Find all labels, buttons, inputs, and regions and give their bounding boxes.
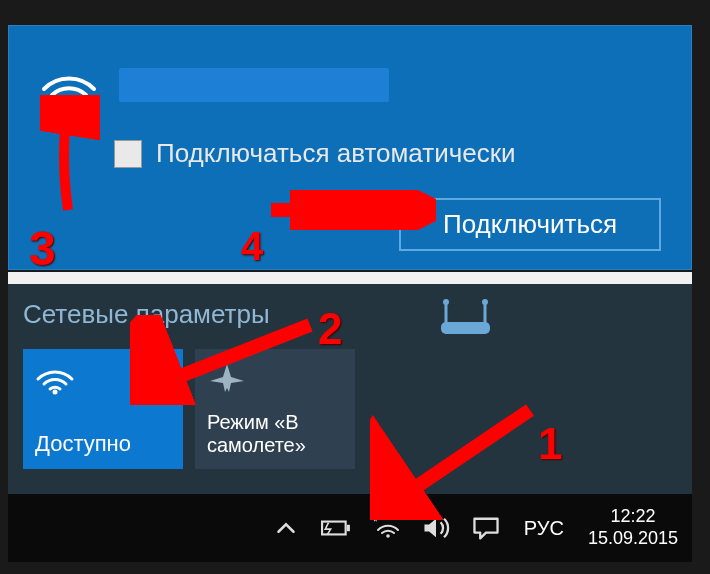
network-connect-panel: Подключаться автоматически Подключиться … (8, 25, 692, 270)
annotation-step-4: 4 (241, 224, 263, 269)
router-name-redacted (503, 303, 683, 335)
annotation-step-3: 3 (29, 221, 56, 276)
clock-date: 15.09.2015 (588, 528, 678, 550)
taskbar: * РУС 12:22 15.09.2015 (8, 494, 692, 562)
connect-button-label: Подключиться (443, 209, 617, 240)
auto-connect-label: Подключаться автоматически (156, 138, 516, 169)
svg-point-3 (443, 299, 449, 305)
annotation-step-2: 2 (318, 304, 342, 354)
tile-airplane-label: Режим «В самолете» (207, 411, 343, 457)
clock-time: 12:22 (588, 506, 678, 528)
tile-airplane-mode[interactable]: Режим «В самолете» (195, 349, 355, 469)
router-info (438, 294, 683, 343)
connect-button[interactable]: Подключиться (399, 198, 661, 251)
network-settings-header: Сетевые параметры (23, 299, 270, 330)
svg-point-0 (66, 103, 72, 109)
action-center-icon[interactable] (468, 510, 504, 546)
wifi-tile-icon (35, 361, 171, 411)
svg-point-10 (386, 534, 390, 538)
battery-icon[interactable] (318, 510, 354, 546)
language-indicator[interactable]: РУС (518, 517, 570, 540)
quick-action-tiles: Доступно Режим «В самолете» (23, 349, 355, 469)
auto-connect-row[interactable]: Подключаться автоматически (114, 138, 516, 169)
tray-chevron-up-icon[interactable] (268, 510, 304, 546)
tile-wifi[interactable]: Доступно (23, 349, 183, 469)
network-tray-icon[interactable]: * (368, 510, 404, 546)
network-row (39, 61, 389, 109)
wifi-icon (39, 61, 99, 109)
svg-rect-8 (347, 525, 350, 531)
annotation-step-1: 1 (538, 419, 562, 469)
taskbar-clock[interactable]: 12:22 15.09.2015 (584, 506, 682, 549)
tile-wifi-label: Доступно (35, 431, 171, 457)
svg-text:*: * (373, 515, 378, 529)
volume-icon[interactable] (418, 510, 454, 546)
panel-divider (8, 272, 692, 284)
router-icon (438, 294, 493, 343)
svg-point-6 (53, 390, 58, 395)
auto-connect-checkbox[interactable] (114, 140, 142, 168)
network-name-redacted (119, 68, 389, 102)
airplane-tile-icon (207, 361, 343, 411)
svg-rect-5 (441, 322, 490, 334)
svg-point-4 (482, 299, 488, 305)
network-settings-panel: Сетевые параметры 2 Доступ (8, 284, 692, 494)
